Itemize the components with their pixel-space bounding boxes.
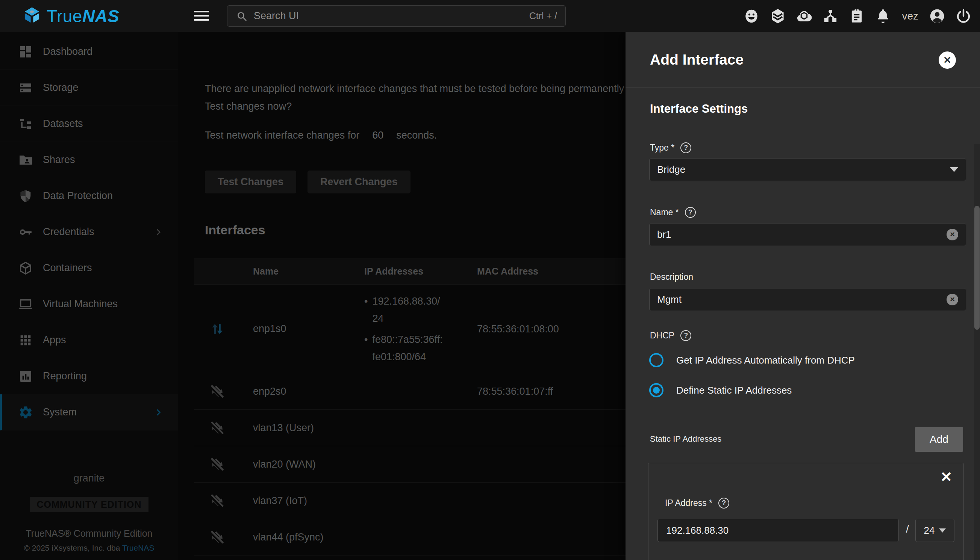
static-ip-card: ✕ IP Address * 192.168.88.30 / 24: [648, 463, 964, 560]
search-input[interactable]: Search UI Ctrl + /: [227, 5, 566, 27]
remove-static-ip-icon[interactable]: ✕: [940, 470, 952, 484]
radio-static[interactable]: Define Static IP Addresses: [649, 383, 792, 397]
chevron-down-icon: [939, 528, 946, 533]
truenas-connect-cloud-icon[interactable]: [796, 8, 812, 24]
jobs-clipboard-icon[interactable]: [848, 8, 865, 24]
alerts-bell-icon[interactable]: [875, 8, 891, 24]
name-label: Name *: [650, 207, 696, 218]
truenas-logo[interactable]: TrueNAS: [22, 6, 120, 26]
panel-title: Add Interface: [650, 52, 744, 68]
ip-address-label: IP Address *: [665, 498, 729, 508]
radio-selected-icon: [649, 383, 664, 397]
name-input[interactable]: br1 ✕: [649, 223, 966, 246]
truenas-logo-text: TrueNAS: [47, 6, 120, 26]
help-icon[interactable]: [685, 207, 696, 218]
truenas-app: TrueNAS Search UI Ctrl + /: [0, 0, 980, 560]
username-label[interactable]: vez: [901, 10, 919, 22]
help-icon[interactable]: [681, 330, 691, 341]
radio-unselected-icon: [649, 353, 664, 367]
feedback-smiley-icon[interactable]: [743, 8, 760, 24]
description-label: Description: [650, 272, 693, 282]
truecommand-icon[interactable]: [769, 8, 786, 24]
ip-address-input[interactable]: 192.168.88.30: [657, 519, 899, 542]
scrollbar-thumb[interactable]: [974, 206, 980, 330]
cidr-separator: /: [901, 523, 914, 535]
top-bar: TrueNAS Search UI Ctrl + /: [0, 0, 980, 32]
help-icon[interactable]: [681, 142, 691, 153]
clear-input-icon[interactable]: ✕: [947, 229, 958, 240]
add-static-ip-button[interactable]: Add: [915, 427, 963, 452]
topbar-actions: vez: [743, 0, 972, 32]
help-icon[interactable]: [718, 498, 729, 508]
description-input[interactable]: Mgmt ✕: [649, 288, 966, 311]
interface-settings-heading: Interface Settings: [650, 102, 748, 116]
truenas-cube-icon: [22, 6, 42, 26]
directory-services-icon[interactable]: [822, 8, 839, 24]
cidr-select[interactable]: 24: [915, 519, 955, 542]
search-placeholder: Search UI: [254, 10, 529, 22]
add-interface-panel: Add Interface ✕ Interface Settings Type …: [625, 32, 980, 560]
type-select[interactable]: Bridge: [649, 158, 966, 181]
search-shortcut: Ctrl + /: [529, 10, 557, 22]
modal-backdrop[interactable]: [0, 32, 625, 560]
close-icon[interactable]: ✕: [939, 52, 956, 69]
menu-hamburger-icon[interactable]: [194, 9, 209, 23]
chevron-down-icon: [950, 167, 958, 172]
power-icon[interactable]: [955, 8, 972, 24]
type-label: Type *: [650, 142, 691, 153]
panel-scrollbar[interactable]: [974, 144, 980, 560]
user-avatar[interactable]: [929, 8, 945, 24]
clear-input-icon[interactable]: ✕: [947, 294, 958, 305]
panel-header: Add Interface ✕: [625, 32, 980, 88]
search-icon: [236, 10, 248, 22]
panel-body: Interface Settings Type * Bridge Name * …: [625, 88, 980, 560]
dhcp-label: DHCP: [650, 330, 691, 341]
radio-dhcp[interactable]: Get IP Address Automatically from DHCP: [649, 353, 855, 367]
static-ip-section-label: Static IP Addresses: [650, 434, 721, 444]
